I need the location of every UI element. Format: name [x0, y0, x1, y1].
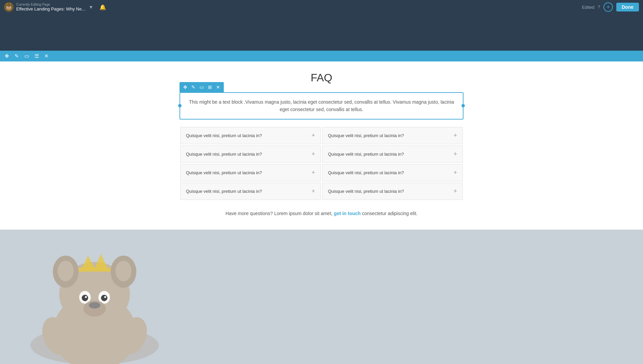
block-toolbar: ✥ ✎ ▭ ☰ ✕ [0, 51, 643, 61]
faq-item[interactable]: Quisque velit nisi, pretium ut lacinia i… [322, 183, 463, 200]
move-icon[interactable]: ✥ [3, 52, 11, 60]
add-button[interactable]: + [603, 2, 613, 12]
faq-expand-icon[interactable]: + [453, 151, 457, 158]
get-in-touch-link[interactable]: get in touch [334, 211, 361, 216]
text-block-selected[interactable]: ✥ ✎ ▭ ⊞ ✕ This might be a text block .Vi… [180, 92, 463, 120]
sel-expand-icon[interactable]: ⊞ [206, 84, 214, 90]
bell-icon[interactable]: 🔔 [99, 4, 106, 10]
faq-expand-icon[interactable]: + [311, 188, 315, 195]
svg-point-23 [89, 302, 100, 309]
svg-point-14 [58, 261, 74, 281]
header-subtitle: Currently Editing Page [16, 3, 85, 6]
faq-item-label: Quisque velit nisi, pretium ut lacinia i… [186, 189, 262, 194]
svg-point-4 [7, 6, 8, 7]
duplicate-icon[interactable]: ▭ [22, 52, 31, 60]
text-block-content: This might be a text block .Vivamus magn… [187, 98, 456, 113]
faq-item-label: Quisque velit nisi, pretium ut lacinia i… [328, 152, 404, 157]
svg-marker-27 [95, 254, 108, 268]
sel-duplicate-icon[interactable]: ▭ [198, 84, 206, 90]
faq-item-label: Quisque velit nisi, pretium ut lacinia i… [186, 152, 262, 157]
selected-block-toolbar: ✥ ✎ ▭ ⊞ ✕ [180, 82, 224, 92]
bottom-text-after: consectetur adipiscing elit. [362, 211, 418, 216]
faq-item[interactable]: Quisque velit nisi, pretium ut lacinia i… [180, 164, 321, 181]
sel-move-icon[interactable]: ✥ [182, 84, 189, 90]
faq-title: FAQ [0, 72, 643, 84]
faq-expand-icon[interactable]: + [453, 132, 457, 139]
resize-handle-left[interactable] [178, 104, 182, 107]
mascot-image [0, 236, 186, 364]
faq-item-label: Quisque velit nisi, pretium ut lacinia i… [186, 133, 262, 138]
svg-point-15 [116, 261, 132, 281]
main-content: FAQ ✥ ✎ ▭ ⊞ ✕ This might be a text block… [0, 61, 643, 230]
sel-edit-icon[interactable]: ✎ [190, 84, 197, 90]
faq-expand-icon[interactable]: + [311, 151, 315, 158]
sel-close-icon[interactable]: ✕ [214, 84, 222, 90]
top-header: Currently Editing Page Effective Landing… [0, 0, 643, 14]
faq-expand-icon[interactable]: + [453, 188, 457, 195]
header-left: Currently Editing Page Effective Landing… [4, 2, 106, 12]
edit-icon[interactable]: ✎ [13, 52, 21, 60]
header-title-group: Currently Editing Page Effective Landing… [16, 3, 85, 11]
faq-item-label: Quisque velit nisi, pretium ut lacinia i… [328, 170, 404, 175]
svg-point-5 [10, 6, 10, 7]
svg-point-20 [85, 296, 87, 298]
chevron-down-icon[interactable]: ▼ [89, 4, 93, 10]
faq-item[interactable]: Quisque velit nisi, pretium ut lacinia i… [180, 183, 321, 200]
close-icon[interactable]: ✕ [42, 52, 51, 60]
faq-item-label: Quisque velit nisi, pretium ut lacinia i… [186, 170, 262, 175]
svg-marker-26 [82, 256, 95, 268]
bottom-text-before: Have more questions? Lorem ipsum dolor s… [225, 211, 333, 216]
faq-expand-icon[interactable]: + [453, 169, 457, 176]
avatar [4, 2, 14, 12]
faq-item-label: Quisque velit nisi, pretium ut lacinia i… [328, 189, 404, 194]
svg-point-18 [82, 295, 88, 301]
faq-item[interactable]: Quisque velit nisi, pretium ut lacinia i… [322, 164, 463, 181]
header-right: Edited ? + Done [582, 2, 639, 12]
faq-item[interactable]: Quisque velit nisi, pretium ut lacinia i… [322, 146, 463, 163]
resize-handle-right[interactable] [461, 104, 465, 107]
svg-point-6 [7, 4, 10, 7]
faq-item[interactable]: Quisque velit nisi, pretium ut lacinia i… [322, 127, 463, 144]
dark-section [0, 14, 643, 51]
faq-expand-icon[interactable]: + [311, 132, 315, 139]
faq-grid: Quisque velit nisi, pretium ut lacinia i… [180, 126, 463, 201]
svg-point-19 [101, 295, 108, 301]
faq-item[interactable]: Quisque velit nisi, pretium ut lacinia i… [180, 146, 321, 163]
faq-item-label: Quisque velit nisi, pretium ut lacinia i… [328, 133, 404, 138]
faq-item[interactable]: Quisque velit nisi, pretium ut lacinia i… [180, 127, 321, 144]
help-icon[interactable]: ? [598, 5, 600, 9]
header-title: Effective Landing Pages: Why Ne... [16, 6, 85, 11]
list-icon[interactable]: ☰ [32, 52, 41, 60]
edited-status: Edited [582, 5, 594, 10]
faq-expand-icon[interactable]: + [311, 169, 315, 176]
faq-bottom-text: Have more questions? Lorem ipsum dolor s… [0, 211, 643, 216]
svg-rect-28 [78, 268, 111, 271]
footer-area [0, 230, 643, 364]
done-button[interactable]: Done [616, 3, 639, 11]
svg-point-21 [104, 296, 106, 298]
